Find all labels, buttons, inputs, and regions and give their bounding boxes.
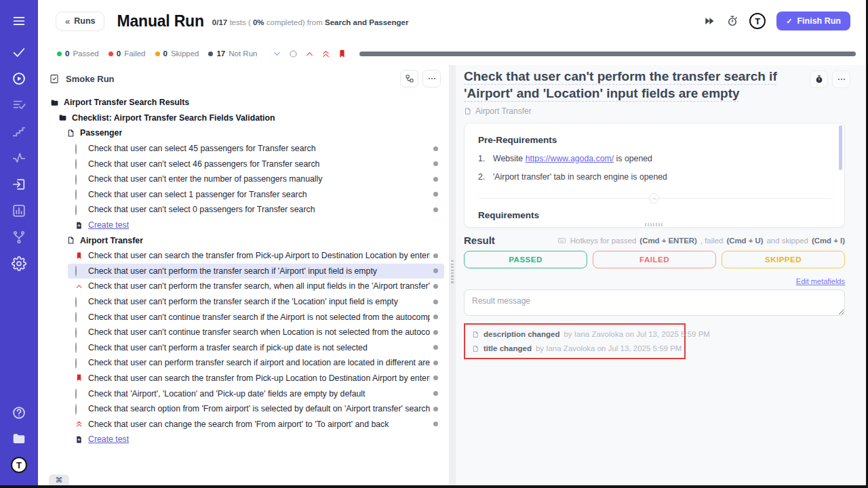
prereq-link[interactable]: https://www.agoda.com/	[526, 154, 614, 163]
ellipsis-icon	[837, 75, 846, 84]
test-row[interactable]: Check that user can't enter the number o…	[38, 171, 449, 187]
test-row[interactable]: Check that user can change the search fr…	[38, 416, 449, 432]
history-entry: title changed by Iana Zavoloka on Jul 13…	[472, 344, 677, 352]
run-progress-bar	[359, 52, 856, 56]
test-row[interactable]: Check that user can't perform the transf…	[38, 279, 449, 294]
card-scrollbar[interactable]	[839, 125, 842, 170]
doc-row[interactable]: Passenger	[38, 125, 449, 141]
command-shortcut-chip[interactable]: ⌘	[49, 474, 69, 485]
test-row[interactable]: Check that user can't perform the transf…	[38, 294, 449, 310]
keyboard-icon	[557, 237, 567, 245]
chevrons-left-icon: «	[65, 16, 70, 26]
status-dot-icon	[108, 52, 113, 56]
result-buttons: PASSEDFAILEDSKIPPED	[464, 251, 845, 268]
case-title: Check that user can't perform the transf…	[464, 68, 803, 102]
check-icon: ✓	[786, 17, 792, 26]
document-icon	[464, 107, 472, 115]
folder-row[interactable]: Checklist: Airport Transfer Search Field…	[38, 110, 449, 126]
test-row[interactable]: Check that user can search the transfer …	[38, 248, 449, 264]
test-row[interactable]: Check that user can't perform the transf…	[38, 264, 449, 279]
collapse-toggle-button[interactable]	[649, 193, 659, 203]
not-run-circle-icon	[75, 359, 83, 367]
create-test-link[interactable]: Create test	[38, 432, 449, 447]
test-row[interactable]: Check that user can select 1 passenger f…	[38, 187, 449, 203]
not-run-circle-icon	[75, 175, 83, 184]
create-test-link[interactable]: Create test	[38, 218, 449, 233]
rail-item-sign-in-icon[interactable]	[12, 177, 26, 192]
count-failed: 0Failed	[108, 49, 146, 58]
app-window: T « Runs Manual Run 0/17 tests ( 0% comp…	[0, 0, 868, 488]
failed-button[interactable]: FAILED	[593, 251, 716, 268]
bookmark-flag-icon[interactable]	[337, 49, 347, 59]
chevron-down-icon[interactable]	[272, 49, 282, 59]
edit-metafields-link[interactable]: Edit metafields	[796, 277, 845, 285]
tree-row-label: Create test	[88, 434, 129, 444]
test-row[interactable]: Check that search option from 'From airp…	[38, 401, 449, 417]
test-status-dot-icon	[433, 192, 438, 197]
rail-item-bar-chart-icon[interactable]	[12, 203, 26, 218]
case-more-button[interactable]	[832, 70, 850, 88]
not-run-circle-icon	[75, 159, 83, 168]
change-history-highlight: description changed by Iana Zavoloka on …	[464, 323, 686, 359]
result-header: Result Hotkeys for passed (Cmd + ENTER) …	[464, 235, 845, 246]
tree-row-label: Check that user can't perform the transf…	[88, 266, 430, 276]
test-row[interactable]: Check that user can perform transfer sea…	[38, 355, 449, 371]
rail-item-branch-icon[interactable]	[12, 230, 26, 245]
rail-item-help-icon[interactable]	[12, 405, 26, 420]
case-description-card: Pre-Requirements 1.Website https://www.a…	[464, 123, 845, 228]
case-timer-button[interactable]	[810, 70, 828, 88]
test-row[interactable]: Check that user can't continue transfer …	[38, 325, 449, 340]
prereq-item: 2.'Airport transfer' tab in search engin…	[478, 172, 831, 182]
chevron-up-icon[interactable]	[304, 49, 315, 59]
projects-folder-icon	[50, 98, 59, 107]
test-row[interactable]: Check that user can't select 46 passenge…	[38, 156, 449, 171]
skipped-button[interactable]: SKIPPED	[722, 251, 845, 268]
test-row[interactable]: Check that user can't perform a trasfer …	[38, 340, 449, 356]
rail-item-steps-icon[interactable]	[12, 124, 26, 139]
content-split: Smoke Run Airport Transfer Search Result…	[38, 65, 866, 485]
tree-row-label: Check that user can select 1 passenger f…	[88, 190, 430, 199]
doc-row[interactable]: Airport Transfer	[38, 232, 449, 248]
test-row[interactable]: Check that user can search the transfer …	[38, 371, 449, 386]
chevron-up-icon	[75, 282, 83, 291]
circle-status-icon[interactable]	[288, 49, 298, 59]
tree-view-button[interactable]	[400, 70, 418, 87]
test-row[interactable]: Check that 'Airport', 'Location' and 'Pi…	[38, 386, 449, 401]
rail-item-activity-icon[interactable]	[12, 150, 26, 165]
rail-item-settings-icon[interactable]	[12, 256, 26, 271]
tree-row-label: Check that user can select 45 passengers…	[88, 144, 430, 153]
card-resize-grip-icon[interactable]	[645, 223, 664, 226]
timer-icon[interactable]	[726, 15, 738, 27]
result-message-input[interactable]	[464, 289, 845, 316]
test-row[interactable]: Check that user can select 45 passengers…	[38, 141, 449, 157]
finish-run-button[interactable]: ✓ Finish Run	[776, 12, 850, 30]
rail-item-check-icon[interactable]	[12, 45, 26, 60]
user-avatar[interactable]: T	[749, 13, 766, 29]
tree-row-label: Check that user can't continue transfer …	[88, 327, 430, 337]
rail-item-projects-folder-icon[interactable]	[12, 431, 26, 446]
chevrons-up-icon	[75, 420, 83, 428]
not-run-circle-icon	[75, 144, 83, 153]
hamburger-menu-icon[interactable]	[12, 14, 26, 28]
panel-resize-handle[interactable]	[449, 65, 456, 485]
test-status-dot-icon	[433, 314, 438, 319]
tree-row-label: Check that search option from 'From airp…	[88, 404, 430, 413]
topbar: « Runs Manual Run 0/17 tests ( 0% comple…	[38, 0, 866, 42]
folder-row[interactable]: Airport Transfer Search Results	[38, 95, 449, 110]
workspace-avatar[interactable]: T	[11, 457, 27, 473]
chevrons-up-icon[interactable]	[321, 49, 331, 59]
back-to-runs-button[interactable]: « Runs	[56, 12, 104, 31]
passed-button[interactable]: PASSED	[464, 251, 587, 268]
rail-item-list-check-icon[interactable]	[12, 98, 26, 113]
prereq-list: 1.Website https://www.agoda.com/ is open…	[478, 154, 831, 182]
tree-more-button[interactable]	[422, 70, 441, 87]
fast-forward-icon[interactable]	[703, 15, 715, 27]
test-row[interactable]: Check that user can't continue transfer …	[38, 309, 449, 325]
tree-row-label: Check that user can change the search fr…	[88, 420, 430, 429]
run-clipboard-icon	[49, 73, 60, 84]
tree-row-label: Airport Transfer	[80, 236, 143, 245]
rail-item-play-circle-icon[interactable]	[12, 71, 26, 86]
test-row[interactable]: Check that user can't select 0 passenger…	[38, 202, 449, 218]
tree-row-label: Check that 'Airport', 'Location' and 'Pi…	[88, 389, 430, 399]
result-heading: Result	[464, 235, 495, 246]
